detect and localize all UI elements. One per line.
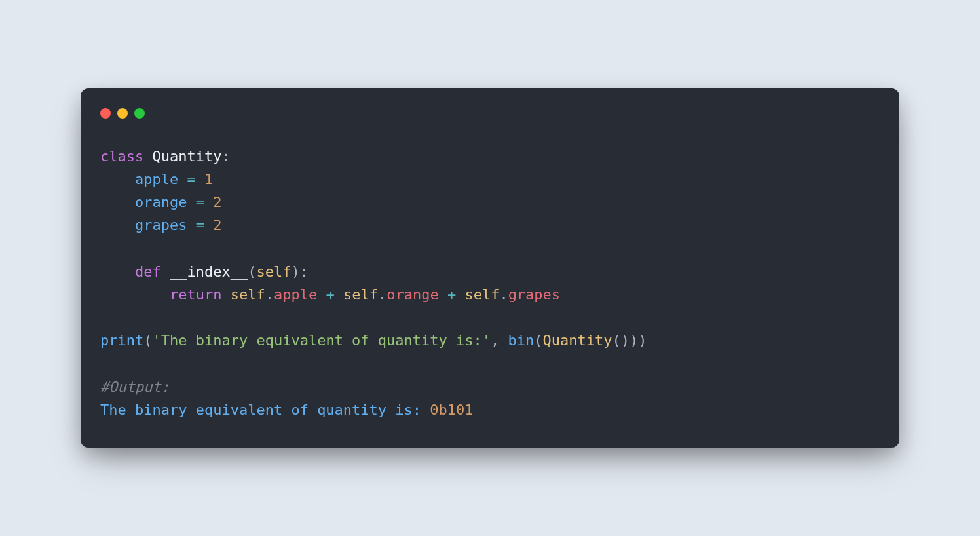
- comment-output: #Output:: [100, 379, 170, 395]
- minimize-icon[interactable]: [117, 108, 128, 119]
- number-literal: 2: [213, 194, 221, 210]
- keyword-return: return: [170, 286, 221, 303]
- paren-close: ): [291, 263, 299, 280]
- paren-open: (: [143, 332, 152, 349]
- maximize-icon[interactable]: [134, 108, 145, 119]
- variable-apple: apple: [135, 171, 178, 187]
- code-content: class Quantity: apple = 1 orange = 2 gra…: [100, 145, 880, 421]
- output-text: The binary equivalent of quantity is:: [100, 402, 421, 418]
- self-ref: self: [343, 286, 378, 303]
- keyword-def: def: [135, 263, 161, 280]
- dot: .: [265, 286, 274, 303]
- operator-plus: +: [326, 286, 334, 303]
- colon: :: [300, 263, 309, 280]
- builtin-print: print: [100, 332, 143, 349]
- comma: ,: [491, 332, 499, 349]
- paren-close: ): [621, 332, 630, 349]
- string-literal: 'The binary equivalent of quantity is:': [152, 332, 491, 349]
- attr-orange: orange: [386, 286, 438, 303]
- attr-grapes: grapes: [508, 286, 560, 303]
- variable-grapes: grapes: [135, 217, 187, 233]
- class-name: Quantity: [152, 148, 221, 164]
- code-window: class Quantity: apple = 1 orange = 2 gra…: [81, 88, 899, 448]
- builtin-bin: bin: [508, 332, 535, 349]
- dot: .: [499, 286, 508, 303]
- paren-close: ): [630, 332, 638, 349]
- close-icon[interactable]: [100, 108, 111, 119]
- keyword-class: class: [100, 148, 143, 164]
- operator-equals: =: [196, 194, 204, 210]
- self-ref: self: [464, 286, 499, 303]
- operator-plus: +: [447, 286, 456, 303]
- number-literal: 1: [204, 171, 213, 187]
- output-value: 0b101: [430, 402, 473, 418]
- method-name: __index__: [170, 263, 248, 280]
- paren-close: ): [638, 332, 647, 349]
- number-literal: 2: [213, 217, 221, 233]
- paren-open: (: [534, 332, 542, 349]
- operator-equals: =: [196, 217, 204, 233]
- paren-open: (: [248, 263, 256, 280]
- class-call: Quantity: [543, 332, 612, 349]
- param-self: self: [256, 263, 291, 280]
- operator-equals: =: [187, 171, 195, 187]
- colon: :: [221, 148, 230, 164]
- dot: .: [378, 286, 386, 303]
- variable-orange: orange: [135, 194, 187, 210]
- window-controls: [100, 108, 880, 119]
- self-ref: self: [231, 286, 265, 303]
- attr-apple: apple: [274, 286, 317, 303]
- paren-open: (: [612, 332, 621, 349]
